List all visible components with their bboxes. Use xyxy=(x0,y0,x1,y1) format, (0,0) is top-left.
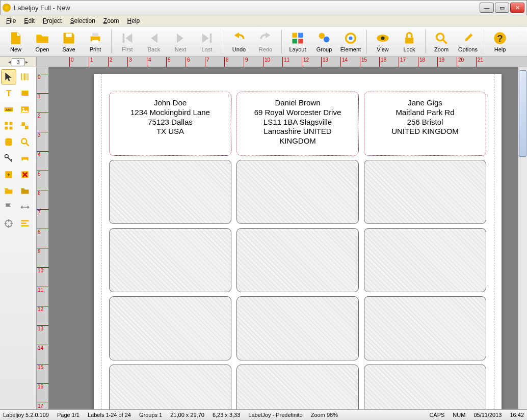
menu-help[interactable]: Help xyxy=(123,16,144,25)
abc-tool[interactable]: ABC xyxy=(1,102,16,117)
barcode-tool[interactable] xyxy=(17,69,33,85)
label-cell[interactable] xyxy=(109,228,231,292)
page-next-icon[interactable]: ▸ xyxy=(25,59,28,65)
label-cell[interactable] xyxy=(236,296,359,360)
new-icon xyxy=(9,31,23,45)
scrollbar-thumb[interactable] xyxy=(519,70,526,157)
menu-edit[interactable]: Edit xyxy=(20,16,39,25)
label-cell[interactable] xyxy=(109,296,231,360)
undo-icon xyxy=(232,31,246,45)
ruler-h-tick: 21 xyxy=(476,57,483,67)
key-tool[interactable] xyxy=(1,151,16,166)
label-text: Daniel Brown 69 Royal Worcester Drive LS… xyxy=(243,98,352,149)
title-bar: Labeljoy Full - New — ▭ ✕ xyxy=(0,0,527,15)
menu-zoom[interactable]: Zoom xyxy=(99,16,123,25)
label-cell[interactable] xyxy=(236,365,359,409)
options-button[interactable]: Options xyxy=(455,28,481,55)
back-icon xyxy=(147,31,161,45)
label-cell[interactable]: John Doe 1234 Mockingbird Lane 75123 Dal… xyxy=(109,92,231,156)
ruler-h-tick: 0 xyxy=(69,57,74,67)
minimize-button[interactable]: — xyxy=(480,3,494,13)
label-cell[interactable]: Daniel Brown 69 Royal Worcester Drive LS… xyxy=(236,92,359,156)
lock-button[interactable]: Lock xyxy=(397,28,422,55)
ruler-h-tick: 17 xyxy=(399,57,406,67)
layout-button[interactable]: Layout xyxy=(285,28,310,55)
shape-tool[interactable] xyxy=(17,86,33,101)
ruler-h-tick: 5 xyxy=(166,57,171,67)
label-text: Jane Gigs Maitland Park Rd 256 Bristol U… xyxy=(371,98,480,149)
label-cell[interactable] xyxy=(109,160,231,224)
folder2-tool[interactable] xyxy=(17,183,33,199)
page-prev-icon[interactable]: ◂ xyxy=(8,59,11,65)
redo-button[interactable]: Redo xyxy=(253,28,278,55)
ruler-h-tick: 11 xyxy=(282,57,289,67)
ruler-h-tick: 9 xyxy=(244,57,248,67)
close-button[interactable]: ✕ xyxy=(510,3,524,13)
label-cell[interactable]: Jane Gigs Maitland Park Rd 256 Bristol U… xyxy=(364,92,486,156)
last-icon xyxy=(200,31,214,45)
label-cell[interactable] xyxy=(364,160,486,224)
last-button[interactable]: Last xyxy=(194,28,220,55)
dim-tool[interactable] xyxy=(17,200,33,215)
ruler-h-tick: 14 xyxy=(340,57,348,67)
pointer-tool[interactable] xyxy=(1,69,16,85)
label-cell[interactable] xyxy=(109,365,231,409)
svg-point-29 xyxy=(22,108,24,109)
swap-tool[interactable] xyxy=(17,118,33,133)
folder-tool[interactable] xyxy=(1,183,16,199)
maximize-button[interactable]: ▭ xyxy=(495,3,509,13)
ruler-h-tick: 10 xyxy=(263,57,270,67)
first-button[interactable]: First xyxy=(115,28,140,55)
group-button[interactable]: Group xyxy=(311,28,337,55)
label-cell[interactable] xyxy=(236,160,359,224)
svg-rect-0 xyxy=(66,33,72,37)
menu-file[interactable]: File xyxy=(2,16,20,25)
delete-tool[interactable] xyxy=(17,167,33,182)
print-tool[interactable] xyxy=(17,151,33,166)
save-button[interactable]: Save xyxy=(56,28,82,55)
target-tool[interactable] xyxy=(1,216,16,231)
zoom-button[interactable]: Zoom xyxy=(429,28,454,55)
ruler-v-tick: 3 xyxy=(37,132,48,138)
align-tool[interactable] xyxy=(17,216,33,231)
first-icon xyxy=(120,31,135,45)
svg-rect-48 xyxy=(21,225,29,227)
ruler-v-tick: 17 xyxy=(37,403,48,409)
ruler-h-tick: 13 xyxy=(321,57,328,67)
print-button[interactable]: Print xyxy=(83,28,108,55)
label-cell[interactable] xyxy=(236,228,359,292)
menu-project[interactable]: Project xyxy=(39,16,66,25)
back-button[interactable]: Back xyxy=(141,28,167,55)
vertical-scrollbar[interactable] xyxy=(518,67,527,409)
search-tool[interactable] xyxy=(17,134,33,150)
horizontal-ruler: 0123456789101112131415161718192021 xyxy=(37,57,527,67)
view-button[interactable]: View xyxy=(370,28,396,55)
text-tool[interactable]: T xyxy=(1,86,16,101)
next-button[interactable]: Next xyxy=(168,28,193,55)
ruler-v-tick: 14 xyxy=(37,345,48,351)
svg-rect-19 xyxy=(21,73,22,80)
page-spinner[interactable]: ◂ 3 ▸ xyxy=(0,57,37,67)
flag-tool[interactable] xyxy=(1,200,16,215)
help-button[interactable]: ?Help xyxy=(487,28,513,55)
undo-button[interactable]: Undo xyxy=(226,28,252,55)
ruler-v-tick: 4 xyxy=(37,151,48,157)
canvas-area[interactable]: John Doe 1234 Mockingbird Lane 75123 Dal… xyxy=(49,67,518,409)
lock-icon xyxy=(402,31,416,45)
element-button[interactable]: Element xyxy=(338,28,363,55)
grid-tool[interactable] xyxy=(1,118,16,133)
element-icon xyxy=(344,31,358,45)
label-cell[interactable] xyxy=(364,228,486,292)
label-cell[interactable] xyxy=(364,296,486,360)
menu-selection[interactable]: Selection xyxy=(66,16,99,25)
insert-tool[interactable]: + xyxy=(1,167,16,182)
ruler-v-tick: 12 xyxy=(37,306,48,312)
db-tool[interactable] xyxy=(1,134,16,150)
new-button[interactable]: New xyxy=(3,28,29,55)
ruler-h-tick: 18 xyxy=(418,57,425,67)
svg-rect-25 xyxy=(21,91,28,96)
label-cell[interactable] xyxy=(364,365,486,409)
ruler-v-tick: 9 xyxy=(37,248,48,254)
image-tool[interactable] xyxy=(17,102,33,117)
open-button[interactable]: Open xyxy=(30,28,55,55)
